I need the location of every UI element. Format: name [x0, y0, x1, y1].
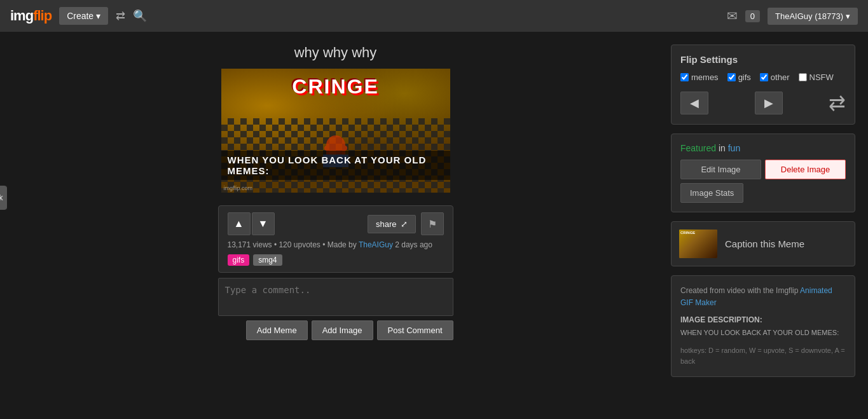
user-label: TheAIGuy (18773)	[775, 11, 843, 21]
author-link[interactable]: TheAIGuy	[359, 240, 393, 249]
nav-row: ◀ ▶ ⇄	[680, 91, 846, 115]
hotkeys-text: hotkeys: D = random, W = upvote, S = dow…	[680, 347, 845, 366]
edit-image-label: Edit Image	[701, 165, 740, 174]
checkbox-memes[interactable]: memes	[680, 72, 719, 82]
tag-smg4[interactable]: smg4	[253, 254, 282, 266]
time-ago: 2 days ago	[395, 240, 432, 249]
checkbox-row: memes gifs other NSFW	[680, 72, 846, 82]
upvotes-count: 120 upvotes	[279, 240, 320, 249]
post-comment-label: Post Comment	[388, 326, 443, 335]
checkbox-nsfw[interactable]: NSFW	[799, 72, 834, 82]
mail-icon[interactable]: ✉	[727, 8, 738, 24]
action-bar: ▲ ▼ share ⤢ ⚑ 13,171 views • 120 upvotes…	[218, 205, 453, 273]
meme-text-bottom-wrapper: WHEN YOU LOOK BACK AT YOUR OLD MEMES:	[221, 151, 450, 180]
user-menu-button[interactable]: TheAIGuy (18773) ▾	[768, 8, 858, 25]
logo[interactable]: imgflip	[10, 8, 52, 24]
delete-image-button[interactable]: Delete Image	[765, 160, 846, 179]
downvote-button[interactable]: ▼	[252, 212, 275, 235]
made-by-label: Made by	[327, 240, 357, 249]
delete-image-label: Delete Image	[781, 165, 830, 174]
checkbox-gifs[interactable]: gifs	[727, 72, 751, 82]
meme-watermark: imgflip.com	[224, 185, 253, 191]
notification-badge[interactable]: 0	[745, 10, 760, 22]
meme-image: CRINGE WHEN YOU LOOK BACK AT YOUR OLD ME…	[221, 69, 450, 193]
next-arrow-button[interactable]: ▶	[755, 92, 783, 114]
upvote-button[interactable]: ▲	[228, 212, 251, 235]
left-content: why why why CRINGE WHEN YOU LOOK BACK AT…	[13, 45, 658, 377]
meme-text-cringe: CRINGE	[221, 75, 450, 99]
add-meme-label: Add Meme	[257, 326, 297, 335]
share-button[interactable]: share ⤢	[368, 215, 416, 233]
feedback-label: Feedback	[0, 193, 3, 202]
create-dropdown-icon: ▾	[96, 11, 100, 21]
user-dropdown-icon: ▾	[846, 11, 850, 21]
desc-text: WHEN YOU LOOK BACK AT YOUR OLD MEMES:	[680, 329, 839, 336]
right-sidebar: Flip Settings memes gifs other NSFW ◀ ▶	[671, 45, 855, 377]
share-icon: ⤢	[401, 219, 408, 229]
stats-row: 13,171 views • 120 upvotes • Made by The…	[228, 240, 444, 249]
add-image-button[interactable]: Add Image	[312, 320, 373, 340]
prev-arrow-button[interactable]: ◀	[680, 92, 708, 114]
flip-settings-title: Flip Settings	[680, 54, 846, 65]
flag-button[interactable]: ⚑	[421, 212, 444, 235]
flip-settings-panel: Flip Settings memes gifs other NSFW ◀ ▶	[671, 45, 855, 125]
caption-thumbnail: CRINGE	[679, 230, 717, 258]
image-stats-button[interactable]: Image Stats	[680, 183, 743, 203]
featured-text: Featured in fun	[680, 143, 846, 153]
add-meme-button[interactable]: Add Meme	[246, 320, 308, 340]
created-text: Created from video with the Imgflip	[680, 286, 798, 295]
create-label: Create	[67, 11, 93, 21]
edit-image-button[interactable]: Edit Image	[680, 160, 761, 179]
header: imgflip Create ▾ ⇄ 🔍 ✉ 0 TheAIGuy (18773…	[0, 0, 868, 32]
tag-gifs[interactable]: gifs	[228, 254, 250, 266]
search-icon[interactable]: 🔍	[133, 9, 147, 23]
add-image-label: Add Image	[322, 326, 362, 335]
views-count: 13,171 views	[228, 240, 272, 249]
image-stats-label: Image Stats	[690, 188, 734, 198]
info-section: Created from video with the Imgflip Anim…	[671, 275, 855, 377]
in-word: in	[719, 143, 728, 153]
feedback-tab[interactable]: Feedback	[0, 186, 6, 210]
hotkeys-row: hotkeys: D = random, W = upvote, S = dow…	[680, 345, 846, 367]
shuffle-header-icon[interactable]: ⇄	[116, 9, 125, 23]
post-comment-button[interactable]: Post Comment	[377, 320, 453, 340]
meme-title: why why why	[294, 45, 377, 61]
caption-label: Caption this Meme	[725, 238, 804, 249]
comment-input[interactable]	[218, 278, 453, 316]
tags-row: gifs smg4	[228, 254, 444, 266]
meme-image-wrapper: CRINGE WHEN YOU LOOK BACK AT YOUR OLD ME…	[221, 69, 450, 193]
caption-section[interactable]: CRINGE Caption this Meme	[671, 221, 855, 266]
featured-panel: Featured in fun Edit Image Delete Image …	[671, 134, 855, 212]
create-button[interactable]: Create ▾	[59, 7, 108, 25]
share-label: share	[376, 219, 397, 229]
featured-word: Featured	[680, 143, 716, 153]
shuffle-icon[interactable]: ⇄	[829, 91, 846, 115]
meme-text-bottom: WHEN YOU LOOK BACK AT YOUR OLD MEMES:	[228, 155, 427, 176]
separator2: •	[322, 240, 327, 249]
comment-section: Add Meme Add Image Post Comment	[218, 278, 453, 340]
desc-label: IMAGE DESCRIPTION:	[680, 314, 846, 326]
vote-buttons: ▲ ▼	[228, 212, 275, 235]
checkbox-other[interactable]: other	[760, 72, 790, 82]
fun-word: fun	[728, 143, 740, 153]
